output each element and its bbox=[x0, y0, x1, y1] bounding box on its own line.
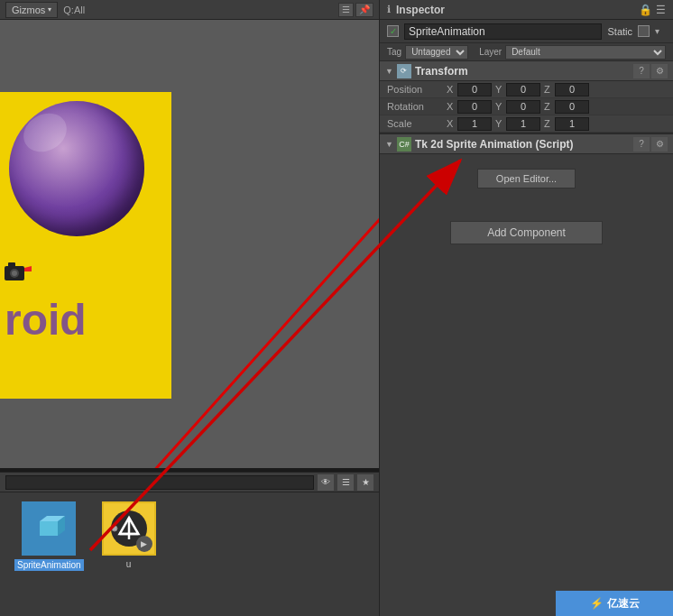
scale-y-input[interactable] bbox=[506, 117, 540, 131]
inspector-lock-controls: 🔒 ☰ bbox=[639, 4, 666, 16]
scale-z-label: Z bbox=[544, 118, 553, 129]
rotation-fields: X Y Z bbox=[447, 100, 666, 114]
tag-select[interactable]: Untagged bbox=[405, 45, 468, 60]
rotation-z-field: Z bbox=[544, 100, 589, 114]
assets-content: SpriteAnimation bbox=[0, 492, 379, 616]
inspector-settings-icon[interactable]: ☰ bbox=[656, 4, 666, 16]
transform-component-header[interactable]: ▼ ⟳ Transform ? ⚙ bbox=[380, 61, 673, 81]
script-icon: C# bbox=[397, 137, 411, 152]
rotation-z-input[interactable] bbox=[555, 100, 589, 114]
scale-y-field: Y bbox=[495, 117, 540, 131]
scene-content: roid bbox=[0, 20, 379, 468]
script-help-button[interactable]: ? bbox=[633, 137, 650, 152]
android-canvas: roid bbox=[0, 92, 171, 399]
script-component-buttons: ? ⚙ bbox=[633, 137, 668, 152]
project-toolbar: 👁 ☰ ★ bbox=[0, 473, 379, 492]
gameobject-active-checkbox[interactable]: ✓ bbox=[387, 25, 399, 37]
position-row: Position X Y Z bbox=[380, 81, 673, 98]
inspector-title: Inspector bbox=[396, 4, 445, 16]
scale-row: Scale X Y Z bbox=[380, 115, 673, 133]
tag-layer-row: Tag Untagged Layer Default bbox=[380, 43, 673, 61]
svg-point-3 bbox=[12, 271, 17, 276]
script-collapse-icon: ▼ bbox=[385, 140, 393, 149]
svg-rect-1 bbox=[8, 262, 15, 268]
position-label: Position bbox=[387, 84, 441, 95]
rotation-z-label: Z bbox=[544, 101, 553, 112]
position-y-label: Y bbox=[495, 84, 504, 95]
position-y-field: Y bbox=[495, 83, 540, 97]
transform-collapse-icon: ▼ bbox=[385, 67, 393, 76]
gameobject-row: ✓ Static ▾ bbox=[380, 20, 673, 43]
position-z-label: Z bbox=[544, 84, 553, 95]
add-component-button[interactable]: Add Component bbox=[450, 221, 603, 244]
rotation-x-field: X bbox=[447, 100, 492, 114]
android-logo-circle bbox=[9, 101, 144, 236]
script-settings-button[interactable]: ⚙ bbox=[651, 137, 668, 152]
position-x-field: X bbox=[447, 83, 492, 97]
android-text: roid bbox=[5, 295, 87, 345]
rotation-row: Rotation X Y Z bbox=[380, 98, 673, 115]
inspector-tab: ℹ Inspector 🔒 ☰ bbox=[380, 0, 673, 20]
asset-unity-icon-box: ▶ bbox=[102, 501, 156, 556]
gameobject-name-input[interactable] bbox=[404, 23, 602, 40]
project-eye-button[interactable]: 👁 bbox=[318, 474, 334, 491]
script-component-title: Tk 2d Sprite Animation (Script) bbox=[415, 138, 630, 151]
svg-marker-5 bbox=[24, 266, 32, 271]
transform-title: Transform bbox=[415, 65, 630, 78]
transform-icon: ⟳ bbox=[397, 64, 411, 78]
rotation-label: Rotation bbox=[387, 101, 441, 112]
scale-fields: X Y Z bbox=[447, 117, 666, 131]
rotation-x-input[interactable] bbox=[457, 100, 492, 114]
rotation-x-label: X bbox=[447, 101, 456, 112]
inspector-content: ✓ Static ▾ Tag Untagged Layer Default ▼ … bbox=[380, 20, 673, 616]
transform-help-button[interactable]: ? bbox=[633, 64, 650, 78]
position-y-input[interactable] bbox=[506, 83, 540, 97]
scale-z-input[interactable] bbox=[555, 117, 589, 131]
rotation-y-field: Y bbox=[495, 100, 540, 114]
script-component-header[interactable]: ▼ C# Tk 2d Sprite Animation (Script) ? ⚙ bbox=[380, 133, 673, 154]
lock-icon[interactable]: 🔒 bbox=[639, 4, 652, 16]
asset-cube-icon bbox=[22, 501, 76, 556]
tag-label: Tag bbox=[387, 47, 401, 57]
list-item[interactable]: ▶ u bbox=[102, 501, 156, 569]
static-checkbox[interactable] bbox=[638, 25, 650, 37]
unity-play-overlay: ▶ bbox=[136, 536, 152, 552]
scale-x-input[interactable] bbox=[457, 117, 492, 131]
inspector-panel: ℹ Inspector 🔒 ☰ ✓ Static ▾ Tag Untagged … bbox=[379, 0, 673, 616]
svg-point-15 bbox=[112, 526, 117, 531]
scene-search-label: Q:All bbox=[63, 5, 85, 15]
position-x-input[interactable] bbox=[457, 83, 492, 97]
open-editor-button[interactable]: Open Editor... bbox=[477, 169, 576, 188]
project-search-input[interactable] bbox=[5, 475, 314, 490]
scale-x-label: X bbox=[447, 118, 456, 129]
project-toolbar-icons: 👁 ☰ ★ bbox=[318, 474, 373, 491]
gizmos-button[interactable]: Gizmos ▾ bbox=[5, 2, 58, 18]
position-fields: X Y Z bbox=[447, 83, 666, 97]
transform-settings-button[interactable]: ⚙ bbox=[651, 64, 668, 78]
watermark-text: 亿速云 bbox=[607, 596, 640, 611]
scene-tab-controls: ☰ 📌 bbox=[338, 3, 373, 17]
project-star-button[interactable]: ★ bbox=[357, 474, 373, 491]
watermark-icon: ⚡ bbox=[590, 597, 604, 610]
svg-marker-8 bbox=[40, 521, 58, 536]
list-item[interactable]: SpriteAnimation bbox=[14, 501, 84, 571]
rotation-y-input[interactable] bbox=[506, 100, 540, 114]
layer-select[interactable]: Default bbox=[505, 45, 666, 60]
gizmos-dropdown-icon: ▾ bbox=[48, 5, 51, 14]
camera-icon bbox=[2, 259, 33, 284]
project-panel: 👁 ☰ ★ SpriteAnimation bbox=[0, 472, 379, 616]
asset-unity-label: u bbox=[126, 559, 132, 569]
scene-panel: Gizmos ▾ Q:All ☰ 📌 bbox=[0, 0, 379, 616]
inspector-icon: ℹ bbox=[387, 4, 391, 15]
position-z-input[interactable] bbox=[555, 83, 589, 97]
position-x-label: X bbox=[447, 84, 456, 95]
scale-y-label: Y bbox=[495, 118, 504, 129]
project-menu-button[interactable]: ☰ bbox=[337, 474, 354, 491]
scale-x-field: X bbox=[447, 117, 492, 131]
static-dropdown-icon[interactable]: ▾ bbox=[655, 26, 666, 37]
scale-z-field: Z bbox=[544, 117, 589, 131]
watermark: ⚡ 亿速云 bbox=[556, 591, 673, 616]
scene-menu-button[interactable]: ☰ bbox=[338, 3, 354, 17]
scene-pin-button[interactable]: 📌 bbox=[355, 3, 373, 17]
scale-label: Scale bbox=[387, 118, 441, 129]
